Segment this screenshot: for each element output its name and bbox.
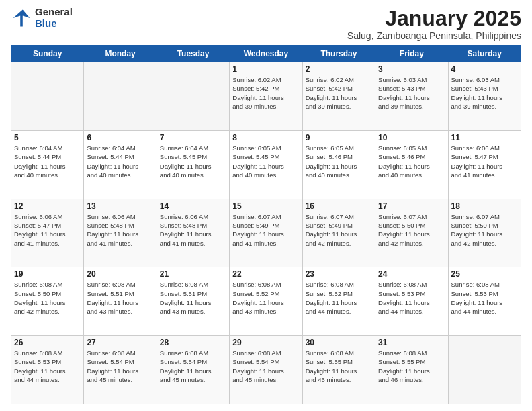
day-info: Sunrise: 6:02 AMSunset: 5:42 PMDaylight:…: [232, 75, 299, 111]
calendar-week-1: 1Sunrise: 6:02 AMSunset: 5:42 PMDaylight…: [11, 62, 521, 131]
logo: General Blue: [11, 7, 73, 29]
day-info: Sunrise: 6:08 AMSunset: 5:52 PMDaylight:…: [306, 280, 372, 316]
calendar-cell: 25Sunrise: 6:08 AMSunset: 5:53 PMDayligh…: [448, 267, 521, 336]
day-info: Sunrise: 6:08 AMSunset: 5:55 PMDaylight:…: [306, 349, 372, 384]
calendar-cell: [157, 62, 229, 131]
day-number: 6: [87, 133, 153, 142]
day-info: Sunrise: 6:08 AMSunset: 5:54 PMDaylight:…: [160, 349, 226, 384]
calendar-cell: 28Sunrise: 6:08 AMSunset: 5:54 PMDayligh…: [157, 336, 229, 404]
day-info: Sunrise: 6:08 AMSunset: 5:53 PMDaylight:…: [14, 349, 81, 384]
day-number: 20: [87, 269, 153, 279]
calendar-cell: 10Sunrise: 6:05 AMSunset: 5:46 PMDayligh…: [375, 130, 448, 199]
day-number: 16: [306, 201, 372, 211]
day-number: 5: [14, 133, 81, 142]
calendar-week-2: 5Sunrise: 6:04 AMSunset: 5:44 PMDaylight…: [11, 130, 521, 199]
day-number: 21: [160, 269, 226, 279]
day-info: Sunrise: 6:08 AMSunset: 5:55 PMDaylight:…: [378, 349, 445, 384]
col-tuesday: Tuesday: [157, 46, 229, 62]
day-info: Sunrise: 6:07 AMSunset: 5:50 PMDaylight:…: [451, 212, 518, 248]
calendar-header-row: Sunday Monday Tuesday Wednesday Thursday…: [11, 46, 521, 62]
calendar-cell: 4Sunrise: 6:03 AMSunset: 5:43 PMDaylight…: [448, 62, 521, 131]
calendar-week-3: 12Sunrise: 6:06 AMSunset: 5:47 PMDayligh…: [11, 199, 521, 267]
day-info: Sunrise: 6:07 AMSunset: 5:50 PMDaylight:…: [378, 212, 445, 248]
day-number: 22: [232, 269, 299, 279]
title-month: January 2025: [347, 7, 521, 30]
day-number: 30: [306, 338, 372, 347]
calendar-cell: 29Sunrise: 6:08 AMSunset: 5:54 PMDayligh…: [230, 336, 302, 404]
col-friday: Friday: [375, 46, 448, 62]
col-wednesday: Wednesday: [230, 46, 302, 62]
day-info: Sunrise: 6:05 AMSunset: 5:46 PMDaylight:…: [306, 144, 372, 179]
calendar-cell: 13Sunrise: 6:06 AMSunset: 5:48 PMDayligh…: [84, 199, 157, 267]
col-thursday: Thursday: [302, 46, 375, 62]
day-info: Sunrise: 6:08 AMSunset: 5:51 PMDaylight:…: [160, 280, 226, 316]
day-number: 7: [160, 133, 226, 142]
header: General Blue January 2025 Salug, Zamboan…: [11, 7, 521, 41]
day-info: Sunrise: 6:08 AMSunset: 5:54 PMDaylight:…: [232, 349, 299, 384]
calendar-cell: 23Sunrise: 6:08 AMSunset: 5:52 PMDayligh…: [302, 267, 375, 336]
day-info: Sunrise: 6:08 AMSunset: 5:54 PMDaylight:…: [87, 349, 153, 384]
calendar-cell: [448, 336, 521, 404]
day-number: 27: [87, 338, 153, 347]
day-info: Sunrise: 6:08 AMSunset: 5:53 PMDaylight:…: [378, 280, 445, 316]
day-info: Sunrise: 6:04 AMSunset: 5:44 PMDaylight:…: [87, 144, 153, 179]
calendar-cell: 22Sunrise: 6:08 AMSunset: 5:52 PMDayligh…: [230, 267, 302, 336]
calendar-cell: 14Sunrise: 6:06 AMSunset: 5:48 PMDayligh…: [157, 199, 229, 267]
day-number: 4: [451, 64, 518, 74]
calendar-week-5: 26Sunrise: 6:08 AMSunset: 5:53 PMDayligh…: [11, 336, 521, 404]
day-number: 26: [14, 338, 81, 347]
calendar-cell: 17Sunrise: 6:07 AMSunset: 5:50 PMDayligh…: [375, 199, 448, 267]
calendar-cell: 27Sunrise: 6:08 AMSunset: 5:54 PMDayligh…: [84, 336, 157, 404]
day-number: 8: [232, 133, 299, 142]
day-number: 1: [232, 64, 299, 74]
calendar-cell: 21Sunrise: 6:08 AMSunset: 5:51 PMDayligh…: [157, 267, 229, 336]
calendar-cell: 26Sunrise: 6:08 AMSunset: 5:53 PMDayligh…: [11, 336, 84, 404]
day-number: 23: [306, 269, 372, 279]
calendar-cell: 3Sunrise: 6:03 AMSunset: 5:43 PMDaylight…: [375, 62, 448, 131]
day-info: Sunrise: 6:07 AMSunset: 5:49 PMDaylight:…: [232, 212, 299, 248]
day-number: 19: [14, 269, 81, 279]
calendar-cell: 30Sunrise: 6:08 AMSunset: 5:55 PMDayligh…: [302, 336, 375, 404]
day-number: 11: [451, 133, 518, 142]
svg-marker-0: [13, 9, 30, 26]
day-number: 10: [378, 133, 445, 142]
title-block: January 2025 Salug, Zamboanga Peninsula,…: [347, 7, 521, 41]
day-info: Sunrise: 6:08 AMSunset: 5:51 PMDaylight:…: [87, 280, 153, 316]
day-info: Sunrise: 6:08 AMSunset: 5:53 PMDaylight:…: [451, 280, 518, 316]
day-number: 12: [14, 201, 81, 211]
calendar-cell: 11Sunrise: 6:06 AMSunset: 5:47 PMDayligh…: [448, 130, 521, 199]
day-info: Sunrise: 6:08 AMSunset: 5:52 PMDaylight:…: [232, 280, 299, 316]
col-monday: Monday: [84, 46, 157, 62]
day-number: 2: [306, 64, 372, 74]
day-info: Sunrise: 6:05 AMSunset: 5:46 PMDaylight:…: [378, 144, 445, 179]
logo-text: General Blue: [35, 7, 73, 29]
day-info: Sunrise: 6:07 AMSunset: 5:49 PMDaylight:…: [306, 212, 372, 248]
day-info: Sunrise: 6:03 AMSunset: 5:43 PMDaylight:…: [451, 75, 518, 111]
day-number: 9: [306, 133, 372, 142]
col-sunday: Sunday: [11, 46, 84, 62]
calendar-cell: [11, 62, 84, 131]
calendar-cell: [84, 62, 157, 131]
col-saturday: Saturday: [448, 46, 521, 62]
day-number: 24: [378, 269, 445, 279]
day-info: Sunrise: 6:08 AMSunset: 5:50 PMDaylight:…: [14, 280, 81, 316]
day-info: Sunrise: 6:04 AMSunset: 5:44 PMDaylight:…: [14, 144, 81, 179]
calendar-cell: 16Sunrise: 6:07 AMSunset: 5:49 PMDayligh…: [302, 199, 375, 267]
calendar-cell: 9Sunrise: 6:05 AMSunset: 5:46 PMDaylight…: [302, 130, 375, 199]
day-info: Sunrise: 6:06 AMSunset: 5:47 PMDaylight:…: [14, 212, 81, 248]
calendar-cell: 31Sunrise: 6:08 AMSunset: 5:55 PMDayligh…: [375, 336, 448, 404]
day-number: 14: [160, 201, 226, 211]
day-info: Sunrise: 6:06 AMSunset: 5:48 PMDaylight:…: [160, 212, 226, 248]
day-info: Sunrise: 6:04 AMSunset: 5:45 PMDaylight:…: [160, 144, 226, 179]
calendar-cell: 1Sunrise: 6:02 AMSunset: 5:42 PMDaylight…: [230, 62, 302, 131]
logo-icon: [11, 7, 32, 29]
day-number: 28: [160, 338, 226, 347]
day-info: Sunrise: 6:06 AMSunset: 5:48 PMDaylight:…: [87, 212, 153, 248]
calendar-cell: 19Sunrise: 6:08 AMSunset: 5:50 PMDayligh…: [11, 267, 84, 336]
day-number: 13: [87, 201, 153, 211]
calendar-cell: 5Sunrise: 6:04 AMSunset: 5:44 PMDaylight…: [11, 130, 84, 199]
day-number: 29: [232, 338, 299, 347]
title-location: Salug, Zamboanga Peninsula, Philippines: [347, 30, 521, 41]
calendar-cell: 18Sunrise: 6:07 AMSunset: 5:50 PMDayligh…: [448, 199, 521, 267]
day-number: 17: [378, 201, 445, 211]
